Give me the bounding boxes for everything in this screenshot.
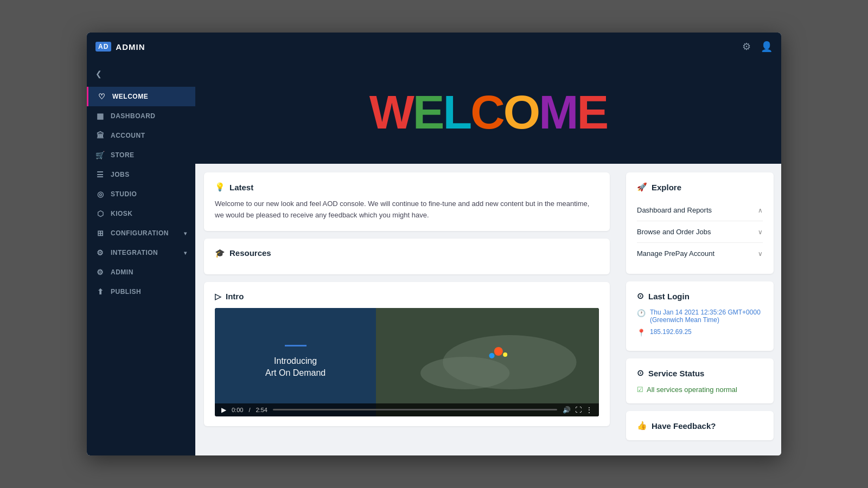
main-scroll-area: 💡 Latest Welcome to our new look and fee… <box>195 164 781 455</box>
explore-card: 🚀 Explore Dashboard and Reports ∧ Browse… <box>626 172 774 274</box>
sidebar-label-account: ACCOUNT <box>111 132 145 139</box>
sidebar-collapse-button[interactable]: ❮ <box>95 69 102 78</box>
video-player[interactable]: Introducing Art On Demand <box>215 308 599 416</box>
sidebar-label-studio: STUDIO <box>111 190 137 198</box>
hero-banner: W E L C O M E <box>195 61 781 164</box>
video-controls-bar: ▶ 0:00 / 2:54 🔊 ⛶ ⋮ <box>215 403 599 416</box>
video-more-button[interactable]: ⋮ <box>586 406 592 414</box>
welcome-heading: W E L C O M E <box>369 85 608 140</box>
sidebar-label-admin: ADMIN <box>111 268 133 276</box>
sidebar-item-configuration[interactable]: ⊞ CONFIGURATION ▾ <box>87 223 195 243</box>
svg-point-4 <box>489 353 495 358</box>
service-status-ok-row: ☑ All services operating normal <box>637 386 763 394</box>
svg-point-5 <box>503 352 508 357</box>
center-column: 💡 Latest Welcome to our new look and fee… <box>195 164 618 455</box>
video-play-button[interactable]: ▶ <box>221 406 226 414</box>
video-accent-line <box>285 345 307 346</box>
sidebar-item-kiosk[interactable]: ⬡ KIOSK <box>87 204 195 223</box>
latest-body: Welcome to our new look and feel AOD con… <box>215 198 599 221</box>
store-icon: 🛒 <box>95 151 105 159</box>
user-icon[interactable]: 👤 <box>761 41 773 53</box>
login-ip: 185.192.69.25 <box>650 328 692 336</box>
explore-icon: 🚀 <box>637 182 647 192</box>
explore-item-label-jobs: Browse and Order Jobs <box>637 228 711 236</box>
content-area: W E L C O M E 💡 Latest <box>195 61 781 455</box>
topbar: AD ADMIN ⚙ 👤 <box>87 33 781 61</box>
feedback-title: 👍 Have Feedback? <box>637 421 763 431</box>
sidebar-item-studio[interactable]: ◎ STUDIO <box>87 184 195 204</box>
explore-item-jobs[interactable]: Browse and Order Jobs ∨ <box>637 221 763 243</box>
integration-arrow: ▾ <box>184 250 187 256</box>
video-time-current: 0:00 <box>232 407 243 413</box>
sidebar-item-integration[interactable]: ⚙ INTEGRATION ▾ <box>87 243 195 262</box>
heart-icon: ♡ <box>97 92 107 101</box>
main-layout: ❮ ♡ WELCOME ▦ DASHBOARD 🏛 ACCOUNT 🛒 STOR… <box>87 61 781 455</box>
mortarboard-icon: 🎓 <box>215 248 225 258</box>
sidebar-item-account[interactable]: 🏛 ACCOUNT <box>87 126 195 145</box>
configuration-icon: ⊞ <box>95 229 105 237</box>
video-overlay-text: Introducing Art On Demand <box>265 355 326 380</box>
chevron-down-icon-jobs: ∨ <box>758 228 763 236</box>
svg-point-3 <box>494 347 503 356</box>
letter-L: L <box>443 85 470 140</box>
configuration-arrow: ▾ <box>184 230 187 236</box>
video-footage-panel <box>376 308 599 416</box>
clock-icon: 🕐 <box>637 309 646 317</box>
service-status-title: ⊙ Service Status <box>637 368 763 378</box>
last-login-title: ⊙ Last Login <box>637 291 763 301</box>
explore-title: 🚀 Explore <box>637 182 763 192</box>
video-background: Introducing Art On Demand <box>215 308 599 416</box>
lightbulb-icon: 💡 <box>215 182 225 192</box>
latest-title: 💡 Latest <box>215 182 599 192</box>
sidebar-item-dashboard[interactable]: ▦ DASHBOARD <box>87 106 195 126</box>
logo-initials: AD <box>95 42 111 52</box>
app-logo: AD ADMIN <box>95 42 145 52</box>
video-scene-svg <box>376 308 599 416</box>
service-status-text: All services operating normal <box>647 386 737 394</box>
sidebar-item-admin[interactable]: ⚙ ADMIN <box>87 262 195 282</box>
explore-item-prepay[interactable]: Manage PrePay Account ∨ <box>637 243 763 264</box>
explore-item-dashboard[interactable]: Dashboard and Reports ∧ <box>637 200 763 221</box>
login-ip-row: 📍 185.192.69.25 <box>637 328 763 337</box>
clock-circle-icon: ⊙ <box>637 291 644 301</box>
sidebar: ❮ ♡ WELCOME ▦ DASHBOARD 🏛 ACCOUNT 🛒 STOR… <box>87 61 195 455</box>
location-icon: 📍 <box>637 329 646 337</box>
sidebar-item-publish[interactable]: ⬆ PUBLISH <box>87 282 195 301</box>
resources-title: 🎓 Resources <box>215 248 599 258</box>
sidebar-label-jobs: JOBS <box>111 171 130 178</box>
publish-icon: ⬆ <box>95 287 105 296</box>
intro-title: ▷ Intro <box>215 292 599 301</box>
sidebar-label-kiosk: KIOSK <box>111 210 133 217</box>
admin-icon: ⚙ <box>95 268 105 277</box>
checkmark-icon: ☑ <box>637 386 643 394</box>
thumbsup-icon: 👍 <box>637 421 647 431</box>
account-icon: 🏛 <box>95 131 105 140</box>
sidebar-item-jobs[interactable]: ☰ JOBS <box>87 165 195 184</box>
sidebar-item-store[interactable]: 🛒 STORE <box>87 145 195 165</box>
jobs-icon: ☰ <box>95 170 105 179</box>
intro-card: ▷ Intro Introducing Art On Demand <box>204 282 610 426</box>
sidebar-item-welcome[interactable]: ♡ WELCOME <box>87 87 195 106</box>
kiosk-icon: ⬡ <box>95 209 105 218</box>
sidebar-label-integration: INTEGRATION <box>111 249 158 256</box>
video-title-panel: Introducing Art On Demand <box>215 308 376 416</box>
latest-card: 💡 Latest Welcome to our new look and fee… <box>204 172 610 231</box>
resources-card: 🎓 Resources <box>204 239 610 274</box>
sidebar-label-publish: PUBLISH <box>111 288 141 296</box>
letter-E1: E <box>413 85 443 140</box>
right-column: 🚀 Explore Dashboard and Reports ∧ Browse… <box>618 164 781 455</box>
video-progress-bar[interactable] <box>273 409 557 410</box>
video-volume-button[interactable]: 🔊 <box>563 406 571 414</box>
chevron-up-icon: ∧ <box>758 207 763 214</box>
sidebar-header: ❮ <box>87 65 195 87</box>
video-fullscreen-button[interactable]: ⛶ <box>575 406 582 414</box>
feedback-card: 👍 Have Feedback? <box>626 411 774 440</box>
dashboard-icon: ▦ <box>95 112 105 120</box>
settings-icon[interactable]: ⚙ <box>742 41 751 53</box>
topbar-icons: ⚙ 👤 <box>742 41 773 53</box>
login-datetime-row: 🕐 Thu Jan 14 2021 12:35:26 GMT+0000 (Gre… <box>637 309 763 324</box>
explore-items-list: Dashboard and Reports ∧ Browse and Order… <box>637 200 763 264</box>
video-time-total: 2:54 <box>256 407 267 413</box>
letter-C: C <box>470 85 503 140</box>
sidebar-label-store: STORE <box>111 151 135 159</box>
